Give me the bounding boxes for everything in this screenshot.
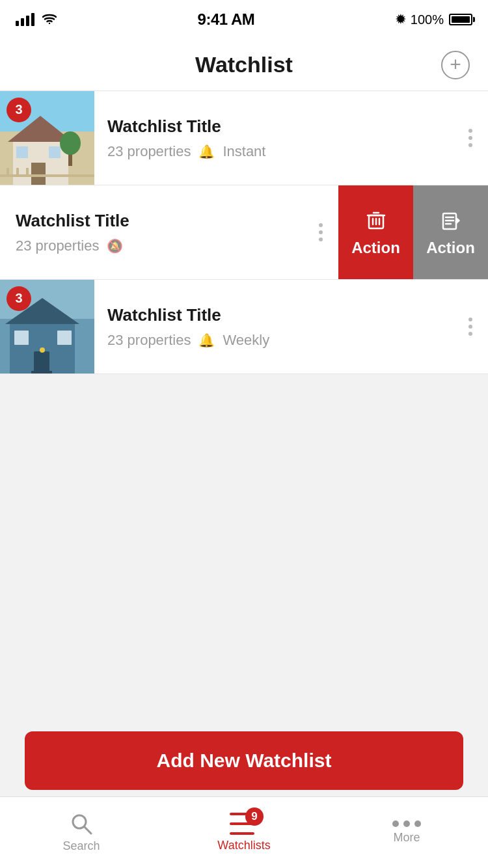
alert-type: Instant — [223, 143, 265, 160]
bluetooth-icon: ✹ — [396, 12, 405, 27]
search-icon — [70, 812, 93, 835]
item-meta: 23 properties 🔕 — [16, 237, 290, 254]
swiped-item-content: Watchlist Title 23 properties 🔕 — [0, 185, 338, 280]
more-icon — [392, 821, 421, 827]
page-title: Watchlist — [195, 52, 293, 77]
item-thumbnail: 3 — [0, 91, 94, 185]
svg-point-0 — [49, 22, 50, 23]
svg-rect-10 — [7, 168, 9, 177]
tab-bar: Search 9 Watchlists More — [0, 796, 488, 868]
battery-percentage: 100% — [411, 12, 444, 27]
alert-icon: 🔔 — [198, 332, 215, 348]
item-content: Watchlist Title 23 properties 🔔 Weekly — [94, 305, 453, 349]
battery-icon — [449, 14, 472, 25]
item-title: Watchlist Title — [107, 305, 440, 325]
status-bar: 9:41 AM ✹ 100% — [0, 0, 488, 39]
item-meta: 23 properties 🔔 Weekly — [107, 332, 440, 349]
svg-rect-6 — [31, 163, 46, 185]
watchlists-badge: 9 — [245, 807, 264, 826]
svg-point-14 — [60, 131, 81, 155]
item-content: Watchlist Title 23 properties 🔔 Instant — [94, 116, 453, 160]
more-tab-label: More — [393, 831, 420, 845]
wifi-icon — [42, 12, 57, 27]
trash-icon — [364, 208, 388, 232]
alert-muted-icon: 🔕 — [107, 238, 123, 254]
alert-type: Weekly — [223, 332, 269, 349]
svg-line-35 — [85, 827, 91, 834]
item-more-button[interactable] — [453, 318, 488, 336]
more-dots-icon — [319, 223, 323, 241]
properties-count: 23 properties — [107, 143, 191, 160]
edit-action-button[interactable]: Action — [413, 185, 488, 280]
item-meta: 23 properties 🔔 Instant — [107, 143, 440, 160]
svg-rect-30 — [14, 331, 29, 345]
svg-rect-11 — [16, 168, 19, 177]
add-watchlist-label: Add New Watchlist — [157, 750, 332, 772]
status-bar-right: ✹ 100% — [396, 12, 472, 27]
svg-rect-29 — [34, 351, 49, 374]
alert-icon: 🔔 — [198, 144, 215, 159]
delete-action-button[interactable]: Action — [338, 185, 413, 280]
svg-rect-12 — [26, 168, 29, 177]
item-title: Watchlist Title — [16, 211, 290, 231]
swipe-action-buttons: Action Action — [338, 185, 488, 280]
item-title: Watchlist Title — [107, 116, 440, 137]
item-more-button[interactable] — [453, 129, 488, 147]
svg-rect-7 — [16, 146, 28, 158]
swiped-item-text: Watchlist Title 23 properties 🔕 — [0, 211, 303, 254]
item-badge: 3 — [7, 98, 31, 122]
watchlist-item[interactable]: 3 Watchlist Title 23 properties 🔔 Instan… — [0, 91, 488, 185]
search-tab-label: Search — [62, 839, 100, 853]
status-time: 9:41 AM — [198, 10, 255, 29]
tab-more[interactable]: More — [325, 821, 488, 845]
page-header: Watchlist + — [0, 39, 488, 91]
add-new-watchlist-button[interactable]: Add New Watchlist — [25, 731, 463, 790]
add-watchlist-header-button[interactable]: + — [441, 51, 470, 79]
watchlist-item-swiped[interactable]: Watchlist Title 23 properties 🔕 — [0, 185, 488, 280]
tab-search[interactable]: Search — [0, 812, 163, 853]
properties-count: 23 properties — [107, 332, 191, 349]
tab-watchlists[interactable]: 9 Watchlists — [163, 813, 325, 852]
svg-rect-33 — [31, 371, 52, 374]
more-dots-icon — [468, 318, 472, 336]
watchlists-icon: 9 — [230, 813, 258, 835]
svg-rect-31 — [57, 331, 72, 345]
watchlist-container: 3 Watchlist Title 23 properties 🔔 Instan… — [0, 91, 488, 374]
properties-count: 23 properties — [16, 237, 99, 254]
item-badge: 3 — [7, 286, 31, 311]
watchlists-tab-label: Watchlists — [217, 839, 270, 852]
plus-icon: + — [450, 55, 461, 74]
item-more-button[interactable] — [303, 223, 338, 241]
delete-action-label: Action — [351, 239, 400, 257]
signal-icon — [16, 13, 34, 26]
svg-rect-9 — [0, 174, 94, 177]
more-dots-icon — [468, 129, 472, 147]
svg-point-32 — [40, 347, 45, 353]
svg-rect-8 — [49, 146, 61, 158]
status-bar-left — [16, 12, 57, 27]
item-thumbnail: 3 — [0, 280, 94, 374]
edit-action-label: Action — [426, 239, 475, 257]
edit-icon — [439, 208, 463, 232]
watchlist-item[interactable]: 3 Watchlist Title 23 properties 🔔 Weekly — [0, 280, 488, 374]
